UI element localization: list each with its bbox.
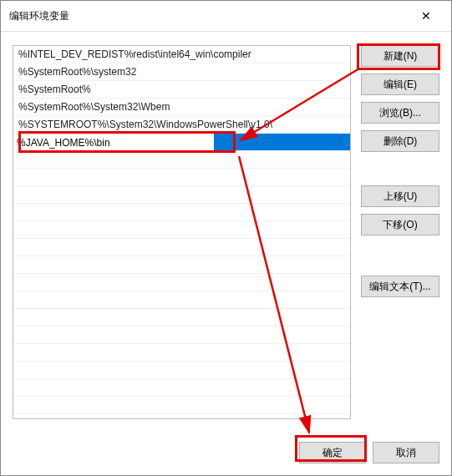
list-item[interactable] (13, 344, 350, 362)
list-item[interactable]: %SYSTEMROOT%\System32\WindowsPowerShell\… (13, 116, 350, 134)
bottom-bar: 确定 取消 (1, 433, 451, 475)
browse-button[interactable]: 浏览(B)... (361, 102, 439, 124)
list-item[interactable] (13, 151, 350, 169)
dialog-title: 编辑环境变量 (9, 9, 69, 23)
list-item[interactable]: %INTEL_DEV_REDIST%redist\intel64_win\com… (13, 46, 350, 63)
movedown-button[interactable]: 下移(O) (361, 214, 439, 235)
list-item[interactable] (13, 221, 350, 239)
list-item[interactable] (13, 274, 350, 291)
cancel-button[interactable]: 取消 (373, 442, 439, 463)
titlebar: 编辑环境变量 ✕ (1, 1, 451, 32)
edit-button[interactable]: 编辑(E) (361, 73, 439, 95)
edittext-button[interactable]: 编辑文本(T)... (361, 276, 439, 297)
list-item[interactable]: %SystemRoot% (13, 81, 350, 99)
list-item[interactable]: %SystemRoot%\System32\Wbem (13, 99, 350, 116)
list-item[interactable] (13, 379, 350, 397)
content-area: %INTEL_DEV_REDIST%redist\intel64_win\com… (1, 32, 451, 433)
path-edit-input[interactable] (13, 134, 214, 151)
dialog-window: 编辑环境变量 ✕ %INTEL_DEV_REDIST%redist\intel6… (0, 0, 452, 476)
list-item[interactable] (13, 309, 350, 327)
list-item[interactable] (13, 169, 350, 186)
moveup-button[interactable]: 上移(U) (361, 185, 439, 207)
new-button[interactable]: 新建(N) (361, 45, 439, 67)
list-item[interactable] (13, 327, 350, 344)
path-list[interactable]: %INTEL_DEV_REDIST%redist\intel64_win\com… (13, 45, 351, 419)
button-column: 新建(N) 编辑(E) 浏览(B)... 删除(D) 上移(U) 下移(O) 编… (361, 45, 439, 427)
list-item[interactable] (13, 204, 350, 221)
list-item[interactable] (13, 186, 350, 204)
list-item[interactable] (13, 397, 350, 414)
ok-button[interactable]: 确定 (299, 442, 366, 463)
list-item[interactable] (13, 291, 350, 309)
delete-button[interactable]: 删除(D) (361, 130, 439, 152)
list-item[interactable] (13, 256, 350, 274)
list-item[interactable] (13, 239, 350, 256)
list-item-editing[interactable] (13, 134, 350, 151)
close-button[interactable]: ✕ (409, 6, 443, 26)
list-item[interactable] (13, 362, 350, 379)
list-item[interactable]: %SystemRoot%\system32 (13, 63, 350, 81)
